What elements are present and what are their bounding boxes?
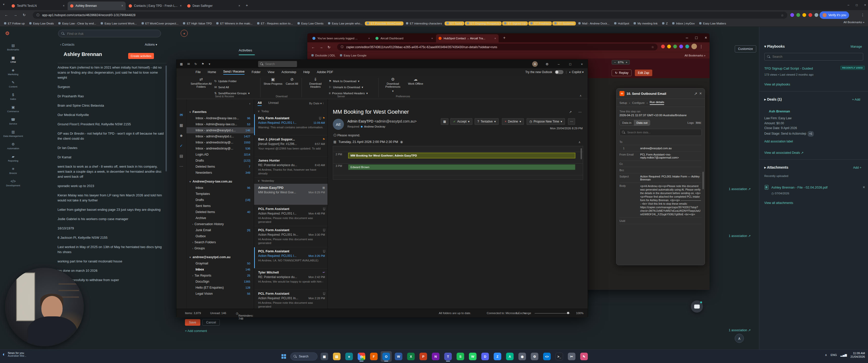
profile-avatar[interactable] xyxy=(691,44,697,49)
browser-tab[interactable]: Aircall Dashboard × xyxy=(373,34,435,42)
nav-item[interactable]: ▦ CRM xyxy=(0,53,26,66)
folder-item[interactable]: › Conversation History xyxy=(186,221,254,227)
calendar-event[interactable]: Edward Brown xyxy=(348,164,575,170)
back-icon[interactable]: ← xyxy=(311,45,315,49)
more-responses-button[interactable]: ⋯ xyxy=(568,118,575,125)
accept-button[interactable]: ✓Accept ▾ xyxy=(451,118,472,125)
playbooks-search[interactable] xyxy=(764,53,863,61)
folder-item[interactable]: › Inbox - andrewdockray@... 1593 xyxy=(186,139,254,145)
tab-close-icon[interactable]: × xyxy=(180,4,182,7)
all-bookmarks-button[interactable]: All Bookmarks » xyxy=(685,54,706,57)
site-info-icon[interactable]: ⓘ xyxy=(36,13,40,18)
save-button[interactable]: Save xyxy=(185,319,200,326)
collapse-pane-icon[interactable]: ‹ xyxy=(249,102,250,105)
verify-profile-button[interactable]: Verify it's you xyxy=(819,11,849,19)
browser-tab[interactable]: Contacts | Easy TPD - Fresh L... × xyxy=(126,1,184,10)
taskbar-icon[interactable]: ▣ xyxy=(319,351,330,362)
nav-item[interactable]: ▣ Commerce xyxy=(0,103,26,115)
data-row[interactable]: Subject Action Required: PCL001 Intake F… xyxy=(619,173,702,183)
taskbar-icon[interactable]: O xyxy=(381,351,392,362)
bookmark-item[interactable]: ET Follow up xyxy=(2,22,27,26)
weather-news-widget[interactable]: ◐ News for youAustralian War... xyxy=(2,352,26,357)
bookmark-item[interactable]: Easy Law Deals xyxy=(27,22,56,26)
browser-tab[interactable]: Dean Salfinger × xyxy=(185,1,243,10)
add-deal-link[interactable]: + Add xyxy=(852,98,860,101)
copilot-button[interactable]: ◐ Copilot ▾ xyxy=(569,70,584,74)
download-preferences-button[interactable]: ⚙Download Preferences ▾ xyxy=(381,78,404,93)
taskbar-icon[interactable]: ✂ xyxy=(566,351,577,362)
site-info-icon[interactable]: ⓘ xyxy=(341,45,344,49)
scroll-to-top-button[interactable]: ∧ xyxy=(735,334,744,343)
nav-item[interactable]: ✳ Breeze xyxy=(0,164,26,177)
folder-item[interactable]: › Login.AD 3214 xyxy=(186,152,254,158)
collapse-preview-icon[interactable]: ∧ xyxy=(578,140,581,144)
favorites-header[interactable]: ▾Favorites xyxy=(186,109,254,115)
chat-widget-button[interactable] xyxy=(691,300,703,312)
tab-setup[interactable]: Setup xyxy=(619,101,627,104)
tray-overflow-icon[interactable]: ∧ xyxy=(825,353,827,357)
tab-activities[interactable]: Activities xyxy=(239,48,252,52)
expand-arrow-icon[interactable]: › xyxy=(192,223,193,226)
group-header-yesterday[interactable]: ∨Yesterday xyxy=(254,178,328,184)
window-controls[interactable]: –□× xyxy=(686,33,707,42)
folder-item[interactable]: › Tax Reports 25 xyxy=(186,272,254,278)
folder-item[interactable]: › DocuSign 1365 xyxy=(186,278,254,285)
taskbar-icon[interactable]: X xyxy=(405,351,416,362)
bookmark-item[interactable]: Easy Law Clients xyxy=(296,22,326,26)
network-volume-icons[interactable]: ▂▄▆ xyxy=(840,353,847,357)
data-row[interactable]: 1 andrew@easytpd.com.au xyxy=(619,145,702,152)
more-count-badge[interactable]: +1 xyxy=(808,131,813,137)
bookmark-item[interactable]: Easy Law current Work... xyxy=(99,22,139,26)
folder-item[interactable]: › Templates xyxy=(186,191,254,197)
browser-tab[interactable]: TestFN TestLN × xyxy=(9,1,67,10)
customize-button[interactable]: Customize xyxy=(735,45,756,53)
nav-item[interactable]: ▥ Data Management xyxy=(0,127,26,140)
message-item[interactable]: PCL Form Assistant▦↩⚑ Action Required: P… xyxy=(254,247,328,268)
data-in-out-toggle[interactable]: Data in Data out xyxy=(619,120,650,126)
clock[interactable]: 11:09 AM21/04/2026 xyxy=(850,352,865,359)
deal-link[interactable]: Ash Brennan xyxy=(769,109,790,113)
tab-configure[interactable]: Configure xyxy=(632,101,645,104)
item-data-search[interactable] xyxy=(619,129,702,136)
manage-playbooks-link[interactable]: Manage xyxy=(850,45,862,48)
data-row[interactable]: Uuid xyxy=(619,218,702,224)
cancel-button[interactable]: Cancel xyxy=(203,319,220,326)
language-indicator[interactable]: ENG xyxy=(831,354,837,357)
browser-tab[interactable]: You've been securely logged ... × xyxy=(310,34,372,42)
extension-icon[interactable] xyxy=(790,13,794,17)
bookmark-star-icon[interactable]: ☆ xyxy=(651,45,654,49)
tentative-button[interactable]: ?Tentative ▾ xyxy=(475,118,499,125)
taskbar-icon[interactable]: e xyxy=(344,351,355,362)
folder-item[interactable]: › Graymail 50 xyxy=(186,260,254,266)
folder-item[interactable]: › Archive xyxy=(186,215,254,221)
tab-close-icon[interactable]: × xyxy=(431,37,433,40)
bookmark-item[interactable]: ET Freshies xyxy=(528,22,552,26)
extension-icon[interactable] xyxy=(667,45,671,48)
add-attachment-link[interactable]: Add + xyxy=(853,166,862,169)
tab-search-icon[interactable]: ▾ xyxy=(3,3,4,6)
taskbar-icon[interactable]: ▤ xyxy=(331,351,342,362)
expand-arrow-icon[interactable]: › xyxy=(192,274,193,277)
ribbon-tab[interactable]: Actionstep xyxy=(282,70,296,74)
data-row[interactable]: To xyxy=(619,139,702,145)
account-avatar[interactable]: A xyxy=(532,61,538,67)
bookmark-item[interactable]: ET Possible WorkCover xyxy=(365,22,403,26)
extension-icon[interactable] xyxy=(796,13,800,17)
extension-icon[interactable] xyxy=(661,45,665,48)
minimize-icon[interactable]: – xyxy=(553,60,564,68)
sort-dropdown[interactable]: By Date ▾ ↑ xyxy=(309,102,324,105)
download-headers-button[interactable]: ⇓Download Headers xyxy=(305,78,326,89)
nav-item[interactable]: ☎ Service xyxy=(0,115,26,127)
collapse-ribbon-icon[interactable]: ∧ xyxy=(580,94,582,97)
new-tab-button[interactable]: + xyxy=(246,3,248,7)
folder-item[interactable]: › Inbox - Andrew@easy-law.co... 96 xyxy=(186,115,254,121)
folder-item[interactable]: › Legal Vision 56 xyxy=(186,291,254,297)
add-association-label-link[interactable]: Add association label xyxy=(764,140,793,143)
more-apps-icon[interactable]: ⋯ xyxy=(179,164,183,169)
nav-item[interactable]: ◈ Marketing xyxy=(0,66,26,78)
breadcrumb-contacts[interactable]: ‹ Contacts xyxy=(60,43,74,46)
ribbon-tab[interactable]: File xyxy=(195,70,200,74)
back-icon[interactable]: ← xyxy=(4,13,8,17)
close-icon[interactable]: × xyxy=(576,60,588,68)
start-button[interactable] xyxy=(279,351,289,362)
